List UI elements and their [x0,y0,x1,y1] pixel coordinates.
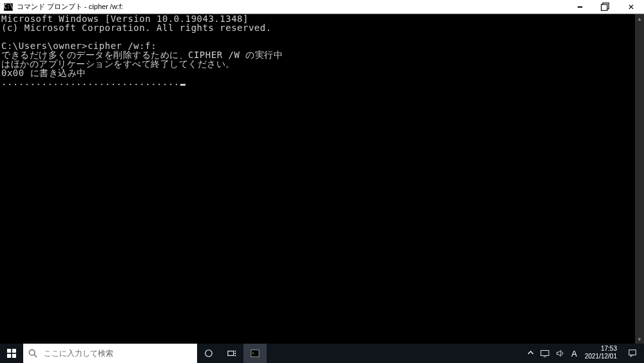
console-output: Microsoft Windows [Version 10.0.19043.13… [0,14,644,344]
svg-rect-5 [12,354,16,358]
svg-rect-10 [234,351,236,352]
taskbar-spacer [267,344,524,363]
restore-icon [601,3,610,12]
clock-time: 17:53 [585,345,617,353]
scroll-up-icon[interactable]: ▲ [635,14,644,23]
terminal-icon: >_ [251,349,260,358]
svg-rect-4 [7,354,11,358]
clock-date: 2021/12/01 [585,353,617,360]
svg-rect-2 [7,349,11,353]
monitor-icon [540,349,549,358]
svg-point-6 [29,349,35,355]
svg-rect-15 [541,351,549,356]
scroll-down-icon[interactable]: ▼ [635,335,644,344]
console-progress-dots: ............................... [1,77,180,87]
window-title: コマンド プロンプト - cipher /w:f: [17,2,567,12]
search-box[interactable]: ここに入力して検索 [23,344,197,363]
svg-rect-18 [629,350,636,355]
console-line: (c) Microsoft Corporation. All rights re… [1,23,272,33]
svg-rect-12 [234,355,236,357]
chevron-up-icon [527,349,534,356]
task-view-button[interactable] [220,344,243,363]
cmd-window-icon: C:\ [4,3,13,11]
maximize-button[interactable] [592,0,618,14]
svg-rect-1 [601,4,607,10]
taskbar-clock[interactable]: 17:53 2021/12/01 [581,344,621,363]
close-button[interactable]: ✕ [618,0,644,14]
svg-rect-9 [228,351,234,356]
search-icon [28,349,37,358]
action-center-button[interactable] [621,344,644,363]
notification-icon [628,349,637,358]
speaker-icon [556,349,565,358]
taskbar-app-cmd[interactable]: >_ [243,344,267,363]
text-cursor [180,84,185,86]
system-tray[interactable]: A [524,344,581,363]
cortana-button[interactable] [197,344,220,363]
taskbar: ここに入力して検索 >_ A 17:53 2021/12/01 [0,344,644,363]
task-view-icon [227,349,236,358]
tray-overflow-icon[interactable] [527,349,534,357]
ime-indicator[interactable]: A [571,349,577,358]
search-placeholder: ここに入力して検索 [44,348,113,359]
svg-line-7 [34,355,37,357]
svg-rect-11 [234,353,236,354]
svg-marker-17 [557,351,561,357]
window-titlebar: C:\ コマンド プロンプト - cipher /w:f: ━ ✕ [0,0,644,14]
tray-volume-icon[interactable] [556,349,565,358]
tray-display-icon[interactable] [540,349,549,358]
svg-point-8 [205,350,213,357]
console-scrollbar[interactable]: ▲ ▼ [635,14,644,344]
minimize-button[interactable]: ━ [567,0,592,14]
windows-logo-icon [7,349,16,358]
start-button[interactable] [0,344,23,363]
circle-icon [204,349,213,358]
svg-rect-3 [12,349,16,353]
